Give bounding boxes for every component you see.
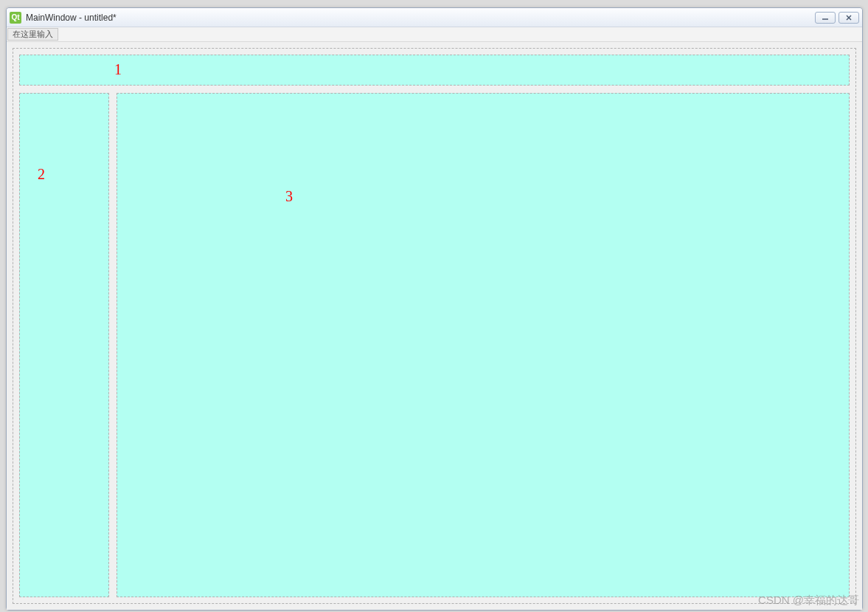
widget-panel-left[interactable]: 2 xyxy=(19,93,109,597)
menubar[interactable]: 在这里输入 xyxy=(7,27,862,42)
annotation-3: 3 xyxy=(285,188,293,205)
layout-row-2: 2 3 xyxy=(19,93,850,597)
minimize-button[interactable] xyxy=(815,12,836,24)
main-window: Qt MainWindow - untitled* 在这里输入 1 2 xyxy=(6,7,863,611)
widget-panel-top[interactable]: 1 xyxy=(19,55,850,86)
qt-app-icon: Qt xyxy=(10,12,21,24)
close-button[interactable] xyxy=(839,12,859,24)
minimize-icon xyxy=(822,15,829,21)
menu-type-here-input[interactable]: 在这里输入 xyxy=(7,28,58,41)
grid-layout[interactable]: 1 2 3 xyxy=(13,48,856,604)
window-controls xyxy=(815,12,859,24)
widget-panel-right[interactable]: 3 xyxy=(117,93,850,597)
central-widget: 1 2 3 xyxy=(7,42,862,610)
window-title: MainWindow - untitled* xyxy=(26,13,815,23)
titlebar[interactable]: Qt MainWindow - untitled* xyxy=(7,8,862,27)
close-icon xyxy=(845,15,853,21)
annotation-1: 1 xyxy=(114,61,122,78)
annotation-2: 2 xyxy=(38,166,45,183)
